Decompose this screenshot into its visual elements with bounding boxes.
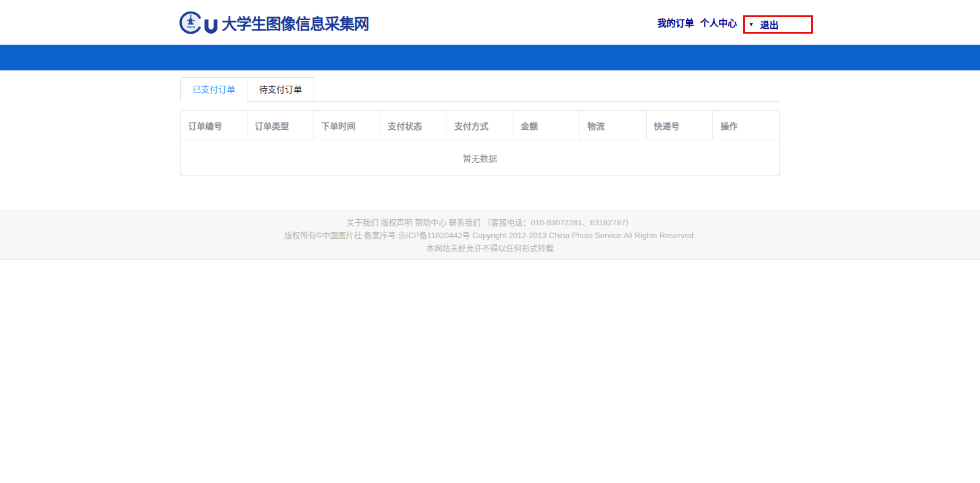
empty-data-text: 暂无数据 bbox=[181, 140, 780, 176]
tab-paid-orders[interactable]: 已支付订单 bbox=[180, 77, 247, 102]
footer-link-help[interactable]: 帮助中心 bbox=[415, 218, 447, 227]
site-logo[interactable]: XINHUA 大学生图像信息采集网 bbox=[179, 4, 369, 42]
banner-bar bbox=[0, 45, 980, 70]
column-header-order-number: 订单编号 bbox=[181, 111, 247, 140]
site-title: 大学生图像信息采集网 bbox=[222, 12, 369, 34]
empty-row: 暂无数据 bbox=[181, 140, 780, 176]
column-header-tracking-no: 快递号 bbox=[646, 111, 713, 140]
column-header-actions: 操作 bbox=[713, 111, 780, 140]
footer: 关于我们 版权声明 帮助中心 联系我们 （客服电话：010-63072281、6… bbox=[0, 210, 980, 260]
monogram-u bbox=[206, 19, 216, 31]
nav-personal-center[interactable]: 个人中心 bbox=[700, 16, 737, 29]
column-header-logistics: 物流 bbox=[579, 111, 646, 140]
orders-table: 订单编号 订单类型 下单时间 支付状态 支付方式 金额 物流 快递号 操作 暂无… bbox=[180, 110, 780, 176]
order-tabs: 已支付订单 待支付订单 bbox=[180, 77, 780, 102]
footer-phone-note: （客服电话：010-63072281、63182787） bbox=[483, 218, 633, 227]
nav-my-orders[interactable]: 我的订单 bbox=[657, 16, 694, 29]
top-nav: 我的订单 个人中心 ▼ 退出 bbox=[657, 13, 813, 32]
logout-link[interactable]: 退出 bbox=[760, 18, 778, 31]
footer-links-line: 关于我们 版权声明 帮助中心 联系我们 （客服电话：010-63072281、6… bbox=[0, 216, 980, 229]
column-header-pay-method: 支付方式 bbox=[447, 111, 513, 140]
column-header-order-time: 下单时间 bbox=[314, 111, 380, 140]
column-header-order-type: 订单类型 bbox=[247, 111, 314, 140]
footer-link-copyright[interactable]: 版权声明 bbox=[381, 218, 413, 227]
logout-highlight-box: ▼ 退出 bbox=[743, 15, 813, 34]
orders-table-header-row: 订单编号 订单类型 下单时间 支付状态 支付方式 金额 物流 快递号 操作 bbox=[181, 111, 780, 140]
main-content: 已支付订单 待支付订单 订单编号 订单类型 下单时间 支付状态 支付方式 金额 … bbox=[180, 70, 780, 176]
footer-link-about[interactable]: 关于我们 bbox=[347, 218, 379, 227]
footer-link-contact[interactable]: 联系我们 bbox=[449, 218, 481, 227]
footer-copyright: 版权所有©中国图片社 备案序号:京ICP备11020442号 Copyright… bbox=[0, 229, 980, 242]
caret-down-icon[interactable]: ▼ bbox=[748, 21, 754, 28]
tab-unpaid-orders[interactable]: 待支付订单 bbox=[247, 77, 314, 102]
emblem-text: XINHUA bbox=[187, 26, 195, 29]
site-emblem-icon: XINHUA bbox=[179, 4, 217, 42]
column-header-amount: 金额 bbox=[513, 111, 580, 140]
header: XINHUA 大学生图像信息采集网 我的订单 个人中心 ▼ 退出 bbox=[0, 0, 980, 45]
footer-notice: 本网站未经允许不得以任何形式转载 bbox=[0, 242, 980, 255]
column-header-pay-status: 支付状态 bbox=[380, 111, 447, 140]
